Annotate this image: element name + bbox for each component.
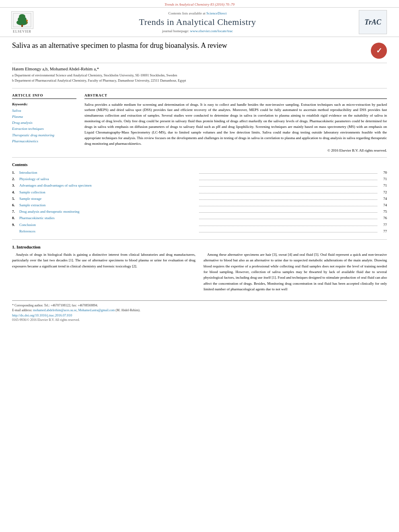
toc-num: 1. bbox=[12, 169, 19, 176]
keyword-tdm[interactable]: Therapeutic drug monitoring bbox=[12, 132, 76, 138]
svg-point-5 bbox=[26, 20, 28, 21]
affiliation-b: b Department of Pharmaceutical Analytica… bbox=[12, 78, 387, 83]
abstract-copyright: © 2016 Elsevier B.V. All rights reserved… bbox=[84, 148, 387, 152]
footnote-corresponding: * Corresponding author. Tel.: +467071081… bbox=[12, 303, 387, 308]
keywords-list: Saliva Plasma Drug analysis Extraction t… bbox=[12, 108, 76, 145]
toc-num: 3. bbox=[12, 182, 19, 189]
doi-line: http://dx.doi.org/10.1016/j.trac.2016.07… bbox=[12, 313, 387, 317]
intro-heading: 1. Introduction bbox=[12, 244, 387, 249]
toc-page: 71 bbox=[379, 182, 387, 189]
affiliations: a Department of environmental Science an… bbox=[12, 73, 387, 83]
toc-num: 4. bbox=[12, 189, 19, 195]
toc-label[interactable]: Introduction bbox=[19, 169, 197, 176]
svg-point-3 bbox=[16, 20, 28, 25]
elsevier-logo: ELSEVIER bbox=[8, 10, 36, 34]
toc-label[interactable]: Pharmacokinetic studies bbox=[19, 215, 197, 221]
toc-dots bbox=[199, 212, 377, 213]
homepage-link[interactable]: www.elsevier.com/locate/trac bbox=[190, 29, 233, 33]
doi-link[interactable]: http://dx.doi.org/10.1016/j.trac.2016.07… bbox=[12, 313, 72, 317]
toc-page: 71 bbox=[379, 176, 387, 182]
authors-text: Hatem Elmongy a,b, Mohamed Abdel-Rehim a… bbox=[12, 66, 99, 71]
abstract-label: ABSTRACT bbox=[84, 93, 387, 99]
toc-dots bbox=[199, 219, 377, 219]
keyword-extraction[interactable]: Extraction techniques bbox=[12, 126, 76, 132]
keyword-saliva[interactable]: Saliva bbox=[12, 108, 76, 114]
toc-page: 74 bbox=[379, 195, 387, 202]
journal-citation-bar: Trends in Analytical Chemistry 83 (2016)… bbox=[0, 0, 399, 7]
toc-num: 2. bbox=[12, 176, 19, 182]
toc-item: 8. Pharmacokinetic studies 76 bbox=[12, 215, 387, 221]
authors-line: Hatem Elmongy a,b, Mohamed Abdel-Rehim a… bbox=[12, 66, 387, 71]
toc-page: 77 bbox=[379, 222, 387, 228]
toc-dots bbox=[199, 199, 377, 200]
sciencedirect-link[interactable]: ScienceDirect bbox=[206, 11, 226, 15]
trac-logo: TrAC bbox=[359, 10, 387, 34]
article-body: ARTICLE INFO Keywords: Saliva Plasma Dru… bbox=[12, 93, 387, 153]
toc-item: 7. Drug analysis and therapeutic monitor… bbox=[12, 208, 387, 215]
divider-2 bbox=[12, 157, 387, 158]
article-info-label: ARTICLE INFO bbox=[12, 93, 76, 99]
toc-label[interactable]: Advantages and disadvantages of saliva s… bbox=[19, 182, 197, 189]
email-label: E-mail address: bbox=[12, 308, 32, 312]
keyword-plasma[interactable]: Plasma bbox=[12, 114, 76, 120]
keyword-pk[interactable]: Pharmacokinetics bbox=[12, 138, 76, 144]
journal-homepage-line: journal homepage: www.elsevier.com/locat… bbox=[36, 29, 359, 33]
journal-title: Trends in Analytical Chemistry bbox=[36, 17, 359, 27]
toc-label[interactable]: Sample storage bbox=[19, 195, 197, 202]
main-content: Saliva as an alternative specimen to pla… bbox=[0, 37, 399, 326]
intro-left-col: Analysis of drugs in biological fluids i… bbox=[12, 252, 195, 294]
corresponding-note: * Corresponding author. Tel.: +467071081… bbox=[12, 304, 98, 307]
email-suffix: (M. Abdel-Rehim). bbox=[115, 308, 140, 312]
intro-two-col: Analysis of drugs in biological fluids i… bbox=[12, 252, 387, 294]
sciencedirect-line: Contents lists available at ScienceDirec… bbox=[36, 11, 359, 15]
toc-label[interactable]: Sample extraction bbox=[19, 202, 197, 208]
footnote-email: E-mail address: mohamed.abdelrehim@aces.… bbox=[12, 308, 387, 313]
article-title: Saliva as an alternative specimen to pla… bbox=[12, 41, 371, 50]
page: Trends in Analytical Chemistry 83 (2016)… bbox=[0, 0, 399, 532]
toc-item: 2. Physiology of saliva 71 bbox=[12, 176, 387, 182]
keyword-drug-analysis[interactable]: Drug analysis bbox=[12, 120, 76, 126]
toc-list: 1. Introduction 70 2. Physiology of sali… bbox=[12, 169, 387, 234]
intro-right-para: Among these alternative specimens are ha… bbox=[204, 252, 387, 292]
toc-label[interactable]: References bbox=[19, 228, 197, 234]
toc-item: References 77 bbox=[12, 228, 387, 234]
toc-dots bbox=[199, 180, 377, 180]
affiliation-a: a Department of environmental Science an… bbox=[12, 73, 387, 78]
toc-item: 9. Conclusion 77 bbox=[12, 222, 387, 228]
divider-1 bbox=[12, 88, 387, 88]
toc-dots bbox=[199, 232, 377, 232]
intro-left-para: Analysis of drugs in biological fluids i… bbox=[12, 252, 195, 269]
toc-item: 3. Advantages and disadvantages of saliv… bbox=[12, 182, 387, 189]
toc-page: 74 bbox=[379, 202, 387, 208]
toc-page: 75 bbox=[379, 208, 387, 215]
toc-label[interactable]: Physiology of saliva bbox=[19, 176, 197, 182]
toc-dots bbox=[199, 193, 377, 193]
email-link-1[interactable]: mohamed.abdelrehim@aces.su.se bbox=[33, 308, 76, 312]
toc-label[interactable]: Drug analysis and therapeutic monitoring bbox=[19, 208, 197, 215]
email-link-2[interactable]: Mohamed.astra@gmail.com bbox=[78, 308, 115, 312]
toc-label[interactable]: Sample collection bbox=[19, 189, 197, 195]
abstract-text: Saliva provides a suitable medium for sc… bbox=[84, 102, 387, 147]
crossmark-icon: ✓ bbox=[376, 46, 382, 55]
toc-page: 70 bbox=[379, 169, 387, 176]
toc-num: 5. bbox=[12, 195, 19, 202]
copyright-footer: 0165-9936/© 2016 Elsevier B.V. All right… bbox=[12, 318, 387, 322]
toc-page: 77 bbox=[379, 228, 387, 234]
keywords-label: Keywords: bbox=[12, 102, 76, 106]
toc-dots bbox=[199, 206, 377, 206]
toc-item: 6. Sample extraction 74 bbox=[12, 202, 387, 208]
toc-item: 1. Introduction 70 bbox=[12, 169, 387, 176]
toc-label[interactable]: Conclusion bbox=[19, 222, 197, 228]
journal-citation: Trends in Analytical Chemistry 83 (2016)… bbox=[165, 2, 234, 6]
toc-dots bbox=[199, 186, 377, 187]
contents-title: Contents bbox=[12, 162, 387, 167]
toc-num: 6. bbox=[12, 202, 19, 208]
toc-num: 9. bbox=[12, 222, 19, 228]
elsevier-logo-image bbox=[11, 11, 33, 29]
intro-right-col: Among these alternative specimens are ha… bbox=[204, 252, 387, 294]
toc-dots bbox=[199, 173, 377, 174]
toc-page: 72 bbox=[379, 189, 387, 195]
divider-3 bbox=[12, 239, 387, 240]
contents-section: Contents 1. Introduction 70 2. Physiolog… bbox=[12, 162, 387, 234]
crossmark-badge[interactable]: ✓ bbox=[371, 43, 387, 59]
